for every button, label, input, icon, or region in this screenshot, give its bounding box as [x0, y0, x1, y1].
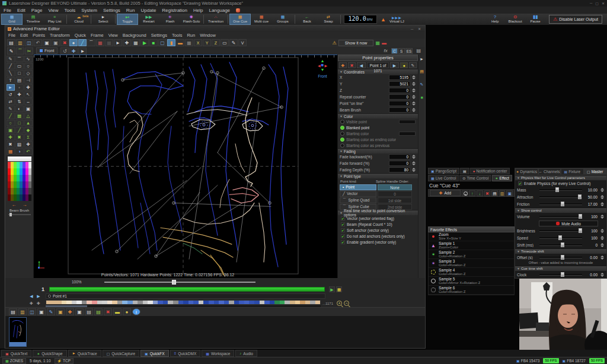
palette-swatch[interactable] — [28, 162, 31, 168]
add-point-icon[interactable]: ✚ — [339, 62, 347, 68]
draw-tool-14[interactable]: ✚ — [24, 84, 33, 91]
frame-duration-bar[interactable] — [49, 287, 325, 292]
virtual-lj-button[interactable]: ▶▶▶ Virtual LJ — [389, 14, 404, 25]
status-tcp[interactable]: ⚡TCP — [55, 358, 74, 364]
option-soft-anchor-vector-only[interactable]: ✔Soft anchor (vector only) — [338, 227, 418, 233]
menu-item-file[interactable]: File — [8, 33, 15, 38]
palette-swatch[interactable] — [28, 194, 31, 201]
tool-icon-22[interactable]: Y — [203, 39, 211, 46]
point-radio[interactable] — [48, 295, 51, 298]
tool-icon-6[interactable]: ✚ — [66, 308, 74, 315]
tool-icon-15[interactable]: ▶ — [140, 39, 149, 46]
tool-icon-21[interactable]: X — [194, 39, 202, 46]
draw-tool-15[interactable]: ↺ — [7, 91, 15, 98]
menu-item-file[interactable]: File — [4, 8, 11, 13]
menu-item-edit[interactable]: Edit — [17, 8, 25, 13]
tool-icon-0[interactable]: ✎ — [7, 47, 15, 55]
field-value[interactable]: 0 — [389, 101, 410, 106]
slider-track[interactable] — [539, 214, 582, 219]
toolbar-button-swap[interactable]: ⇄Swap — [318, 14, 339, 25]
palette-swatch[interactable] — [28, 168, 31, 175]
slider-handle[interactable] — [561, 272, 564, 277]
draw-tool-17[interactable]: ↖ — [24, 91, 33, 98]
spinner[interactable] — [411, 101, 416, 106]
slider-handle[interactable] — [555, 187, 559, 192]
tool-icon-16[interactable]: ■ — [149, 39, 158, 46]
tab-quickfx[interactable]: ▣QuickFX — [140, 350, 169, 357]
field-value[interactable]: 80 — [389, 167, 410, 173]
tool-icon-13[interactable]: ✚ — [123, 39, 131, 46]
highlight-point-toggle[interactable]: ● — [400, 62, 408, 68]
tool-icon-2[interactable]: ✎ — [420, 82, 424, 87]
draw-tool-1[interactable]: ⌒ — [15, 56, 24, 62]
draw-tool-35[interactable]: Σ — [24, 134, 33, 141]
fading-section-header[interactable]: ▼Fading — [338, 148, 418, 154]
tab-pangoscript[interactable]: ▣PangoScript — [428, 168, 459, 174]
tool-icon-14[interactable]: ▦ — [132, 39, 140, 46]
next-frame-icon[interactable]: ▶ — [35, 294, 42, 299]
small-button-es[interactable]: ES — [405, 48, 413, 54]
spinner[interactable] — [600, 214, 605, 219]
effect-item-sample-6[interactable]: Sample 6Color+Rotation Z — [429, 286, 514, 295]
copy-effect-icon[interactable]: ▣ — [506, 190, 513, 196]
toolbar-button-one-cue[interactable]: ▦One Cue — [229, 14, 251, 25]
spinner[interactable] — [411, 167, 416, 173]
toolbar-button-play-list[interactable]: ≡Play List — [44, 14, 65, 25]
draw-tool-38[interactable]: ✚ — [24, 141, 33, 148]
tool-icon-4[interactable]: ▣ — [43, 39, 51, 46]
draw-tool-27[interactable]: ○ — [7, 120, 15, 126]
play-track-icon[interactable]: ▶ — [329, 286, 335, 292]
zoom-slider[interactable] — [104, 282, 255, 283]
slider-track[interactable] — [539, 228, 582, 233]
view-orientation-gizmo[interactable]: ▲ ◀ ■ ▶ ▼ Front — [312, 59, 333, 78]
slider-track[interactable] — [539, 194, 582, 199]
tool-icon-10[interactable]: ▦ — [96, 39, 104, 46]
option-do-not-add-anchors-vectors-only[interactable]: ✔Do not add anchors (vectors only) — [338, 233, 418, 239]
draw-tool-0[interactable]: ✎ — [7, 56, 15, 62]
tool-icon-6[interactable]: ✖ — [60, 39, 69, 46]
toolbar-button-select[interactable]: ►Select — [92, 14, 114, 25]
draw-tool-24[interactable]: ╱ — [7, 113, 15, 119]
draw-tool-32[interactable]: ◆ — [24, 127, 33, 133]
menu-item-help[interactable]: Help — [193, 8, 203, 13]
spinner[interactable] — [411, 94, 416, 100]
spinner[interactable] — [600, 202, 605, 207]
palette-swatch[interactable] — [28, 175, 31, 181]
effect-item-zoom[interactable]: ZoomSize X+Size Y — [429, 232, 514, 241]
tool-icon-7[interactable]: ● — [69, 39, 78, 46]
tab-quickshape[interactable]: ✶QuickShape — [33, 350, 66, 357]
point-kind-spline-quad[interactable]: ⌒Spline Quad — [340, 197, 376, 203]
toolbar-button-timeline[interactable]: ▤Timeline — [23, 14, 44, 25]
section-header-cue-time-shift[interactable]: ▼Cue time shift — [515, 266, 606, 271]
point-track-bar[interactable]: Point #1 — [46, 293, 325, 299]
move-down-icon[interactable]: ↓ — [477, 190, 483, 196]
slider-handle[interactable] — [561, 202, 564, 206]
menu-item-background[interactable]: Background — [123, 33, 146, 38]
mute-audio-button[interactable]: Mute Audio — [539, 221, 598, 226]
color-option-starting-color-as-ending-color[interactable]: Starting color as ending color — [338, 136, 418, 142]
tool-icon-0[interactable]: ► — [420, 57, 424, 61]
search-effect-icon[interactable] — [462, 190, 468, 196]
slider-handle[interactable] — [561, 255, 564, 260]
menu-item-edit[interactable]: Edit — [20, 33, 28, 38]
field-value[interactable]: 0 — [389, 107, 410, 113]
delete-point-icon[interactable]: ✖ — [348, 62, 356, 68]
spinner[interactable] — [600, 194, 605, 200]
tab-fixture[interactable]: ▤Fixture — [561, 168, 584, 175]
spline-order-1st-side[interactable]: 1st side — [378, 197, 412, 203]
prev-frame-icon[interactable]: ◀ — [28, 294, 35, 299]
menu-item-view[interactable]: View — [108, 33, 118, 38]
spline-order-0[interactable]: 0 — [378, 191, 412, 197]
slider-handle[interactable] — [578, 194, 582, 199]
prev-point-icon[interactable]: ◀ — [357, 62, 366, 68]
draw-tool-23[interactable]: ▣ — [24, 106, 33, 112]
field-value[interactable]: 0 — [389, 161, 410, 166]
zoom-in-icon[interactable]: + — [337, 301, 342, 306]
menu-item-settings[interactable]: Settings — [103, 8, 120, 13]
tab-quickcapture[interactable]: ▢QuickCapture — [103, 350, 139, 357]
frame-editor-window-controls[interactable]: ─ ✕ — [411, 27, 423, 31]
tool-icon-7[interactable]: ▣ — [75, 308, 84, 315]
delete-effect-icon[interactable]: ✖ — [484, 190, 491, 196]
show-it-now-button[interactable]: Show it now — [338, 40, 374, 46]
tab-notification-center[interactable]: ●Notification center — [470, 168, 510, 174]
